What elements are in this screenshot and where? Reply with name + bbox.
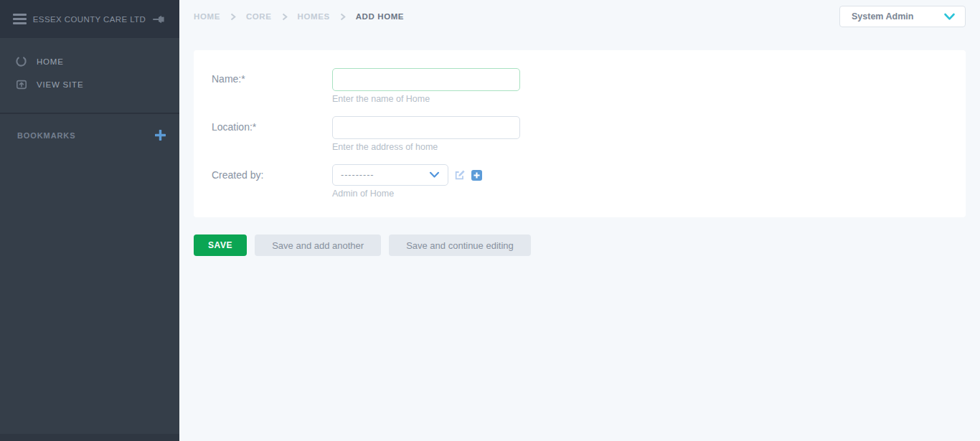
user-menu-dropdown[interactable]: System Admin: [839, 6, 966, 27]
sidebar-footer: [0, 434, 179, 441]
add-related-icon[interactable]: [471, 170, 482, 181]
bookmarks-section: BOOKMARKS: [0, 114, 179, 141]
breadcrumb-core[interactable]: CORE: [246, 12, 272, 21]
main-content: HOME CORE HOMES ADD HOME System Admin: [179, 0, 980, 441]
name-help-text: Enter the name of Home: [332, 94, 520, 105]
chevron-down-icon: [429, 171, 440, 179]
menu-toggle-icon[interactable]: [13, 14, 27, 24]
created-by-help-text: Admin of Home: [332, 189, 482, 199]
save-and-add-another-button[interactable]: Save and add another: [255, 234, 381, 256]
sidebar-nav: HOME VIEW SITE: [0, 38, 179, 113]
created-by-select[interactable]: ---------: [332, 164, 448, 186]
sidebar-item-label: VIEW SITE: [37, 80, 83, 89]
save-and-continue-editing-button[interactable]: Save and continue editing: [389, 234, 531, 256]
breadcrumb-home[interactable]: HOME: [194, 12, 220, 21]
pin-icon[interactable]: [152, 14, 166, 25]
save-button[interactable]: SAVE: [194, 234, 247, 256]
breadcrumb: HOME CORE HOMES ADD HOME: [194, 12, 404, 21]
bookmarks-label: BOOKMARKS: [17, 131, 75, 140]
dashboard-circle-icon: [15, 55, 27, 67]
sidebar: ESSEX COUNTY CARE LTD HOME: [0, 0, 179, 441]
sidebar-item-home[interactable]: HOME: [0, 49, 179, 73]
edit-related-icon[interactable]: [454, 169, 466, 181]
location-input[interactable]: [332, 116, 520, 139]
selected-option: ---------: [341, 170, 374, 180]
created-by-label: Created by:: [212, 164, 332, 199]
location-label: Location:*: [212, 116, 332, 153]
form-row-created-by: Created by: ---------: [212, 164, 948, 199]
chevron-right-icon: [340, 13, 346, 21]
location-help-text: Enter the address of home: [332, 142, 520, 153]
sidebar-item-view-site[interactable]: VIEW SITE: [0, 73, 179, 96]
form-row-name: Name:* Enter the name of Home: [212, 68, 948, 105]
breadcrumb-homes[interactable]: HOMES: [298, 12, 330, 21]
user-menu-label: System Admin: [852, 11, 913, 22]
sidebar-item-label: HOME: [37, 57, 64, 66]
breadcrumb-current: ADD HOME: [356, 12, 404, 21]
name-input[interactable]: [332, 68, 520, 91]
chevron-down-icon: [943, 13, 956, 21]
form-panel: Name:* Enter the name of Home Location:*…: [194, 50, 966, 217]
form-actions: SAVE Save and add another Save and conti…: [194, 234, 966, 256]
topbar: HOME CORE HOMES ADD HOME System Admin: [179, 0, 980, 33]
chevron-right-icon: [230, 13, 236, 21]
name-label: Name:*: [212, 68, 332, 105]
sidebar-header: ESSEX COUNTY CARE LTD: [0, 0, 179, 38]
form-row-location: Location:* Enter the address of home: [212, 116, 948, 153]
add-bookmark-icon[interactable]: [155, 130, 166, 141]
app-title: ESSEX COUNTY CARE LTD: [27, 15, 152, 24]
external-link-icon: [15, 79, 27, 90]
chevron-right-icon: [282, 13, 288, 21]
